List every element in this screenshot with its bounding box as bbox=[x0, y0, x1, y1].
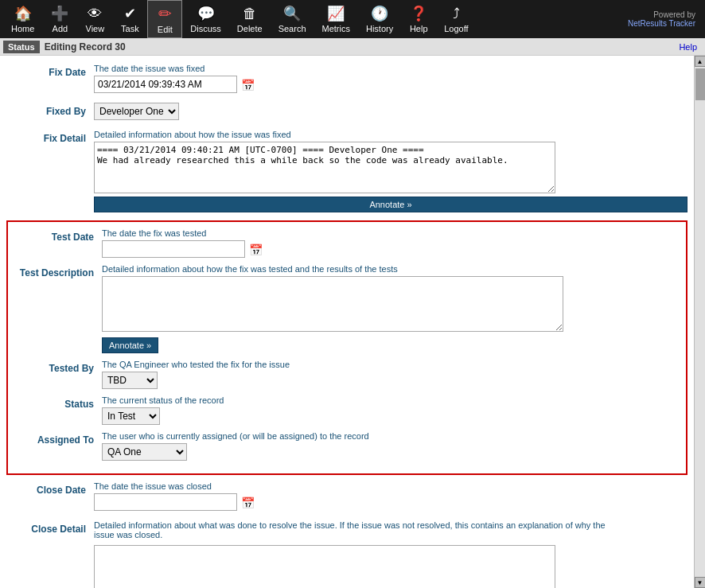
nav-task[interactable]: ✔ Task bbox=[112, 0, 147, 38]
metrics-icon: 📈 bbox=[327, 5, 345, 22]
close-detail-hint: Detailed information about what was done… bbox=[94, 520, 611, 539]
test-date-input-row: 📅 bbox=[102, 240, 680, 258]
nav-home[interactable]: 🏠 Home bbox=[3, 0, 42, 38]
status-text: Editing Record 30 bbox=[45, 41, 675, 53]
nav-add[interactable]: ➕ Add bbox=[42, 0, 77, 38]
help-link[interactable]: Help bbox=[674, 42, 702, 52]
scroll-down-arrow[interactable]: ▼ bbox=[695, 577, 706, 588]
assigned-to-select[interactable]: QA One QA Two Developer One bbox=[102, 443, 187, 461]
status-select[interactable]: In Test Open Closed Deferred bbox=[102, 407, 160, 425]
nav-discuss-label: Discuss bbox=[190, 24, 221, 33]
tested-by-select[interactable]: TBD QA One QA Two bbox=[102, 372, 158, 389]
nav-view-label: View bbox=[86, 24, 105, 33]
nav-help-label: Help bbox=[410, 24, 428, 33]
test-description-textarea[interactable] bbox=[102, 276, 563, 332]
test-date-calendar-button[interactable]: 📅 bbox=[247, 243, 264, 256]
nav-history[interactable]: 🕐 History bbox=[358, 0, 401, 38]
navbar: 🏠 Home ➕ Add 👁 View ✔ Task ✏ Edit 💬 Disc… bbox=[0, 0, 705, 38]
fix-detail-annotate-button[interactable]: Annotate » bbox=[94, 197, 687, 212]
close-detail-row: Close Detail Detailed information about … bbox=[0, 519, 694, 588]
close-date-input[interactable] bbox=[94, 493, 237, 511]
nav-help[interactable]: ❓ Help bbox=[401, 0, 436, 38]
fix-detail-hint: Detailed information about how the issue… bbox=[94, 130, 687, 139]
brand: Powered by NetResults Tracker bbox=[628, 10, 702, 28]
assigned-to-hint: The user who is currently assigned (or w… bbox=[102, 431, 680, 441]
nav-search-label: Search bbox=[278, 24, 306, 33]
nav-delete-label: Delete bbox=[237, 24, 263, 33]
help-icon: ❓ bbox=[410, 5, 427, 22]
close-detail-content: Detailed information about what was done… bbox=[94, 520, 687, 588]
test-date-input[interactable] bbox=[102, 240, 245, 258]
nav-view[interactable]: 👁 View bbox=[77, 0, 112, 38]
edit-icon: ✏ bbox=[158, 4, 172, 23]
close-date-content: The date the issue was closed 📅 bbox=[94, 481, 687, 511]
scrollbar[interactable]: ▲ ▼ bbox=[694, 56, 705, 588]
brand-line1: Powered by bbox=[628, 10, 695, 19]
test-description-content: Detailed information about how the fix w… bbox=[102, 264, 680, 353]
content-wrapper: Fix Date The date the issue was fixed 📅 … bbox=[0, 56, 705, 588]
nav-metrics-label: Metrics bbox=[322, 24, 350, 33]
add-icon: ➕ bbox=[51, 5, 68, 22]
fixed-by-label: Fixed By bbox=[6, 103, 94, 117]
test-description-annotate-button[interactable]: Annotate » bbox=[102, 337, 158, 353]
view-icon: 👁 bbox=[88, 6, 102, 22]
close-date-label: Close Date bbox=[6, 481, 94, 496]
task-icon: ✔ bbox=[124, 5, 136, 22]
fixed-by-content: Developer One Developer Two bbox=[94, 103, 687, 120]
status-tag: Status bbox=[3, 41, 40, 53]
test-date-row: Test Date The date the fix was tested 📅 bbox=[14, 228, 680, 258]
tested-by-row: Tested By The QA Engineer who tested the… bbox=[14, 360, 680, 389]
nav-task-label: Task bbox=[121, 24, 139, 33]
fixed-by-select[interactable]: Developer One Developer Two bbox=[94, 103, 179, 120]
fix-date-hint: The date the issue was fixed bbox=[94, 64, 687, 73]
fix-date-input-row: 📅 bbox=[94, 76, 687, 93]
nav-edit-label: Edit bbox=[158, 25, 173, 34]
test-description-hint: Detailed information about how the fix w… bbox=[102, 264, 680, 274]
brand-link[interactable]: NetResults Tracker bbox=[628, 19, 695, 28]
status-bar: Status Editing Record 30 Help bbox=[0, 38, 705, 56]
nav-edit[interactable]: ✏ Edit bbox=[147, 0, 182, 38]
discuss-icon: 💬 bbox=[197, 5, 215, 22]
nav-metrics[interactable]: 📈 Metrics bbox=[314, 0, 358, 38]
assigned-to-content: The user who is currently assigned (or w… bbox=[102, 431, 680, 461]
main-content: Fix Date The date the issue was fixed 📅 … bbox=[0, 56, 694, 588]
scroll-thumb[interactable] bbox=[695, 68, 705, 100]
tested-by-label: Tested By bbox=[14, 360, 102, 374]
highlighted-section: Test Date The date the fix was tested 📅 … bbox=[6, 220, 687, 475]
test-date-content: The date the fix was tested 📅 bbox=[102, 228, 680, 258]
status-content: The current status of the record In Test… bbox=[102, 395, 680, 425]
test-description-label: Test Description bbox=[14, 264, 102, 278]
status-row: Status The current status of the record … bbox=[14, 395, 680, 425]
status-hint: The current status of the record bbox=[102, 395, 680, 405]
nav-history-label: History bbox=[366, 24, 393, 33]
nav-discuss[interactable]: 💬 Discuss bbox=[182, 0, 229, 38]
tested-by-content: The QA Engineer who tested the fix for t… bbox=[102, 360, 680, 389]
close-detail-textarea[interactable] bbox=[94, 545, 555, 588]
fix-detail-label: Fix Detail bbox=[6, 130, 94, 144]
test-date-hint: The date the fix was tested bbox=[102, 228, 680, 238]
delete-icon: 🗑 bbox=[243, 6, 257, 22]
history-icon: 🕐 bbox=[371, 5, 388, 22]
nav-logoff-label: Logoff bbox=[444, 24, 468, 33]
search-icon: 🔍 bbox=[283, 5, 301, 22]
assigned-to-row: Assigned To The user who is currently as… bbox=[14, 431, 680, 461]
fix-detail-row: Fix Detail Detailed information about ho… bbox=[0, 128, 694, 214]
fixed-by-row: Fixed By Developer One Developer Two bbox=[0, 101, 694, 122]
nav-logoff[interactable]: ⤴ Logoff bbox=[436, 0, 476, 38]
nav-search[interactable]: 🔍 Search bbox=[271, 0, 314, 38]
test-date-label: Test Date bbox=[14, 228, 102, 243]
close-date-row: Close Date The date the issue was closed… bbox=[0, 480, 694, 512]
nav-delete[interactable]: 🗑 Delete bbox=[229, 0, 271, 38]
nav-add-label: Add bbox=[53, 24, 68, 33]
logoff-icon: ⤴ bbox=[453, 6, 460, 22]
fix-detail-textarea[interactable]: ==== 03/21/2014 09:40:21 AM [UTC-0700] =… bbox=[94, 142, 555, 193]
fix-detail-content: Detailed information about how the issue… bbox=[94, 130, 687, 212]
fix-date-calendar-button[interactable]: 📅 bbox=[240, 79, 256, 92]
scroll-up-arrow[interactable]: ▲ bbox=[695, 56, 706, 67]
fix-date-label: Fix Date bbox=[6, 64, 94, 78]
close-date-hint: The date the issue was closed bbox=[94, 481, 687, 491]
status-label: Status bbox=[14, 395, 102, 410]
close-date-calendar-button[interactable]: 📅 bbox=[240, 496, 256, 509]
test-description-row: Test Description Detailed information ab… bbox=[14, 264, 680, 353]
fix-date-input[interactable] bbox=[94, 76, 237, 93]
